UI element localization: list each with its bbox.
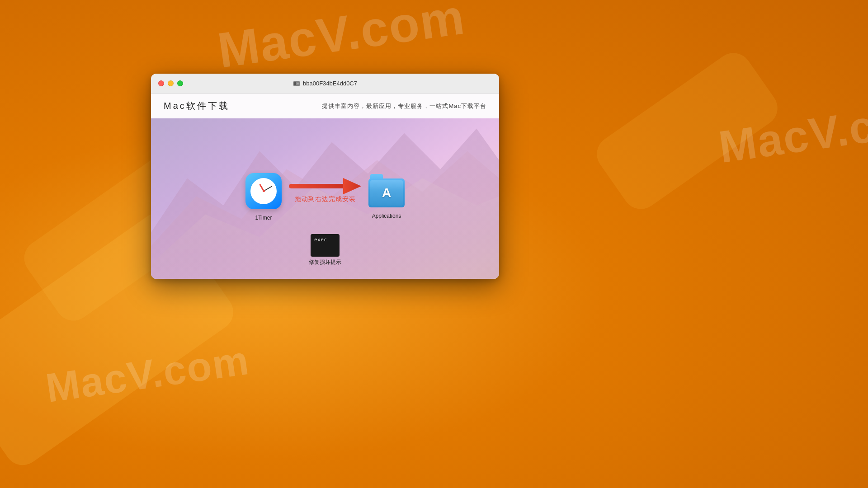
clock-face: [250, 178, 277, 204]
exec-terminal-icon[interactable]: exec: [311, 234, 340, 257]
applications-folder-icon[interactable]: A: [368, 175, 405, 207]
traffic-lights: [158, 80, 183, 86]
close-button[interactable]: [158, 80, 164, 86]
minimize-button[interactable]: [168, 80, 174, 86]
exec-text: exec: [314, 237, 327, 243]
clock-minute-hand: [264, 186, 273, 192]
exec-wrapper: exec 修复损坏提示: [309, 234, 341, 266]
maximize-button[interactable]: [177, 80, 183, 86]
clock-center: [263, 190, 265, 192]
svg-marker-5: [343, 178, 361, 194]
drag-instruction: 拖动到右边完成安装: [295, 195, 356, 203]
site-tagline: 提供丰富内容，最新应用，专业服务，一站式Mac下载平台: [322, 102, 486, 110]
window-content: Mac软件下载 提供丰富内容，最新应用，专业服务，一站式Mac下载平台: [151, 94, 499, 279]
applications-folder-wrapper: A Applications: [368, 175, 405, 219]
app-icon-1timer[interactable]: [245, 173, 282, 209]
installer-content: 1Timer: [151, 118, 499, 279]
folder-body: A: [368, 178, 405, 207]
header-bar: Mac软件下载 提供丰富内容，最新应用，专业服务，一站式Mac下载平台: [151, 94, 499, 118]
exec-label: 修复损坏提示: [309, 258, 341, 266]
folder-inner: A: [370, 180, 403, 206]
drag-arrow-icon: [289, 178, 361, 194]
svg-rect-1: [294, 82, 296, 85]
app-icon-wrapper: 1Timer: [245, 173, 282, 221]
folder-tab: [370, 174, 383, 179]
window-title: bba00F34bE4dd0C7: [303, 80, 357, 87]
disk-icon: [293, 80, 300, 87]
svg-rect-4: [289, 184, 347, 188]
dmg-area: 1Timer: [151, 118, 499, 279]
arrow-container: 拖动到右边完成安装: [282, 178, 368, 203]
folder-a-letter: A: [382, 186, 391, 200]
app-icon-label: 1Timer: [255, 215, 272, 221]
dmg-window: bba00F34bE4dd0C7 Mac软件下载 提供丰富内容，最新应用，专业服…: [151, 74, 499, 279]
drag-install-row: 1Timer: [245, 173, 405, 221]
titlebar: bba00F34bE4dd0C7: [151, 74, 499, 94]
site-title: Mac软件下载: [164, 100, 230, 112]
titlebar-center: bba00F34bE4dd0C7: [293, 80, 357, 87]
svg-point-2: [297, 83, 299, 84]
applications-folder-label: Applications: [372, 213, 401, 219]
